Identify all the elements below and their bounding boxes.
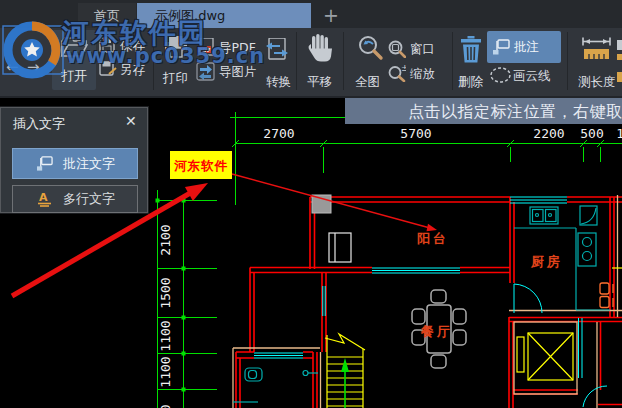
svg-text:A: A (39, 191, 48, 204)
image-export-icon (196, 62, 215, 81)
folder-open-icon (60, 36, 88, 60)
annotate-text-label: 批注文字 (63, 155, 115, 173)
pdf-icon: PDF (196, 38, 215, 57)
cad-viewer-app: { "tabs": { "home": "首页", "doc": "示例图.dw… (0, 0, 622, 408)
room-label-balcony: 阳台 (417, 231, 449, 246)
close-icon[interactable]: ✕ (125, 113, 137, 129)
dim-top-1600: 1600 (616, 126, 622, 141)
svg-text:±: ± (401, 64, 406, 73)
zoom-button[interactable]: ± 缩放 (388, 64, 442, 84)
divider (452, 32, 453, 90)
tab-home[interactable]: 首页 (78, 3, 136, 28)
dim-left-2100: 2100 (158, 224, 173, 255)
zoom-fit-icon (356, 34, 384, 62)
cloud-icon (490, 67, 511, 83)
export-pdf-button[interactable]: PDF 导PDF (196, 38, 258, 58)
divider (343, 32, 344, 90)
save-as-icon (99, 61, 117, 77)
fit-view-button[interactable]: 全图 (353, 34, 387, 88)
insert-text-panel: 插入文字 ✕ 批注文字 A 多行文字 (0, 107, 148, 213)
hint-text: 点击以指定标注位置，右键取 (408, 102, 622, 123)
multiline-text-label: 多行文字 (63, 190, 115, 208)
dim-left-1100a: 1100 (158, 320, 173, 351)
convert-button[interactable]: 转换 (261, 36, 295, 88)
tab-document[interactable]: 示例图.dwg (137, 3, 311, 28)
delete-button[interactable]: 删除 (455, 34, 487, 88)
zoom-icon: ± (388, 64, 406, 82)
divider (296, 32, 297, 90)
save-button[interactable]: 保存 (97, 36, 153, 58)
room-label-dining: 餐厅 (420, 324, 453, 339)
note-text: 河东软件 (173, 158, 228, 173)
dim-top-2200: 2200 (533, 126, 564, 141)
dim-left-partial: 1500 (158, 404, 173, 408)
open-button[interactable]: 打开 (52, 30, 96, 90)
forward-icon[interactable]: → (27, 58, 45, 76)
room-label-kitchen: 厨房 (530, 254, 563, 269)
zoom-window-icon (388, 40, 406, 58)
annotation-flag-icon (37, 156, 53, 172)
dim-top-500: 500 (580, 126, 603, 141)
clipped-tool-icon (617, 36, 622, 86)
hand-icon (307, 34, 333, 62)
print-button[interactable]: 打印 (161, 34, 191, 86)
save-as-button[interactable]: 另存 (97, 60, 153, 82)
door-symbols-orange (600, 283, 613, 308)
convert-icon (266, 38, 288, 62)
cloud-line-button[interactable]: 画云线 (488, 66, 560, 86)
dim-top-2700: 2700 (263, 126, 294, 141)
hint-bar: 点击以指定标注位置，右键取 (345, 98, 622, 124)
window-zoom-button[interactable]: 窗口 (388, 40, 442, 60)
divider (567, 32, 568, 90)
save-icon (99, 37, 115, 53)
trash-icon (461, 36, 481, 63)
divider (153, 32, 154, 90)
annotation-flag-icon (493, 39, 510, 56)
panel-title: 插入文字 (13, 115, 65, 133)
back-icon[interactable]: ← (6, 58, 24, 76)
svg-text:PDF: PDF (198, 47, 211, 53)
dim-left-1100b: 1100 (158, 356, 173, 387)
annotate-button[interactable]: 批注 (487, 31, 561, 63)
measure-length-button[interactable]: 测长度 (576, 34, 620, 88)
pan-button[interactable]: 平移 (303, 34, 337, 88)
ruler-icon (582, 36, 611, 62)
printer-icon (164, 36, 188, 58)
new-tab-button[interactable]: + (318, 4, 344, 26)
dim-top-5700: 5700 (400, 126, 431, 141)
multiline-text-button[interactable]: A 多行文字 (12, 185, 138, 213)
toolbar: ← → 打开 保存 另存 打印 (0, 28, 622, 98)
stairs-direction-arrow (341, 358, 349, 408)
annotation-note[interactable]: 河东软件 (170, 151, 232, 179)
balcony-cabinet (329, 233, 351, 262)
export-image-button[interactable]: 导图片 (196, 62, 262, 82)
tab-bar: 首页 示例图.dwg + (0, 0, 622, 29)
dim-left-1500: 1500 (158, 277, 173, 308)
annotate-text-button[interactable]: 批注文字 (12, 148, 138, 179)
multiline-text-icon: A (37, 191, 53, 207)
